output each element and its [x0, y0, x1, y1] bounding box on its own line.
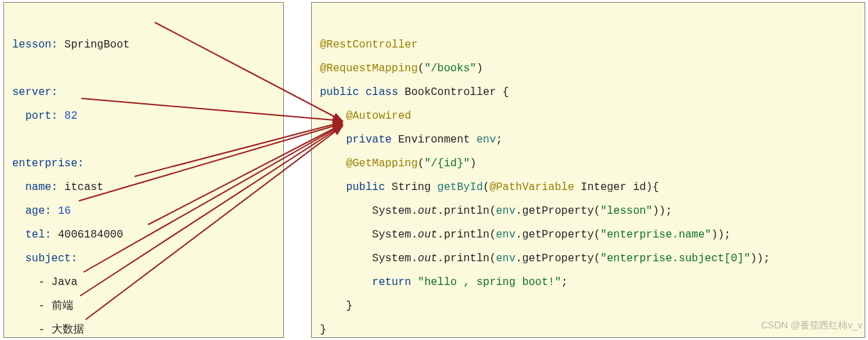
getprop-3: .getProperty(	[516, 252, 600, 265]
code-line-restcontroller: @RestController	[320, 39, 418, 51]
yaml-val-age: 16	[52, 205, 71, 217]
closecall-3: ));	[751, 252, 770, 265]
ann-restcontroller: @RestController	[320, 39, 418, 51]
kw-public-1: public	[320, 86, 359, 98]
sys-3: System.	[372, 252, 418, 265]
java-code-panel: @RestController @RequestMapping("/books"…	[311, 2, 865, 338]
yaml-key-age: age:	[25, 205, 51, 217]
yaml-sub-frontend: - 前端	[38, 300, 73, 312]
env-ref-2: env	[496, 229, 516, 241]
yaml-key-server: server:	[12, 86, 58, 98]
yaml-val-port: 82	[58, 110, 77, 122]
var-env: env	[476, 134, 496, 146]
str-return: "hello , spring boot!"	[411, 276, 561, 288]
sys-2: System.	[372, 229, 418, 241]
kw-public-2: public	[346, 181, 385, 193]
yaml-config-panel: lesson: SpringBoot server: port: 82 ente…	[3, 2, 284, 338]
println-1: .println(	[437, 205, 496, 217]
brace-close-outer: }	[320, 324, 327, 336]
yaml-key-lesson: lesson:	[12, 39, 58, 51]
str-entsubj: "enterprise.subject[0]"	[600, 252, 751, 265]
yaml-line-subject: subject:	[25, 252, 77, 265]
yaml-key-subject: subject:	[25, 252, 77, 265]
brace-close-inner: }	[346, 300, 352, 312]
yaml-line-enterprise: enterprise:	[12, 157, 84, 170]
ann-requestmapping: @RequestMapping	[320, 62, 418, 75]
out-2: out	[418, 229, 437, 241]
getprop-1: .getProperty(	[516, 205, 600, 217]
println-3: .println(	[437, 252, 496, 265]
code-line-method: public String getById(@PathVariable Inte…	[346, 181, 659, 193]
kw-private: private	[346, 134, 391, 146]
getprop-2: .getProperty(	[516, 229, 600, 241]
out-1: out	[418, 205, 437, 217]
yaml-key-enterprise: enterprise:	[12, 157, 84, 170]
yaml-line-lesson: lesson: SpringBoot	[12, 39, 130, 51]
code-line-print1: System.out.println(env.getProperty("less…	[372, 205, 672, 217]
yaml-line-name: name: itcast	[25, 181, 103, 193]
out-3: out	[418, 252, 437, 265]
code-line-envdecl: private Environment env;	[346, 134, 502, 146]
yaml-val-name: itcast	[58, 181, 103, 193]
yaml-val-lesson: SpringBoot	[58, 39, 130, 51]
brace-open-1: {	[503, 86, 509, 98]
str-lesson: "lesson"	[600, 205, 653, 217]
closecall-2: ));	[711, 229, 731, 241]
kw-class: class	[365, 86, 398, 98]
str-id: "/{id}"	[424, 157, 470, 170]
class-name: BookController	[398, 86, 503, 98]
ann-autowired: @Autowired	[346, 110, 411, 122]
println-2: .println(	[437, 229, 496, 241]
yaml-line-tel: tel: 4006184000	[25, 229, 123, 241]
ann-getmapping: @GetMapping	[346, 157, 418, 170]
closecall-1: ));	[653, 205, 672, 217]
paren-open-2: (	[418, 157, 424, 170]
semi-1: ;	[496, 134, 503, 146]
yaml-line-server: server:	[12, 86, 58, 98]
yaml-sub-bigdata: - 大数据	[38, 324, 84, 336]
param-id: id	[633, 181, 646, 193]
str-books: "/books"	[424, 62, 477, 75]
paren-open-1: (	[418, 62, 424, 75]
sys-1: System.	[372, 205, 418, 217]
code-line-print2: System.out.println(env.getProperty("ente…	[372, 229, 731, 241]
yaml-line-age: age: 16	[25, 205, 71, 217]
code-line-classdecl: public class BookController {	[320, 86, 509, 98]
yaml-key-name: name:	[25, 181, 58, 193]
yaml-sub-java: - Java	[38, 276, 77, 288]
semi-2: ;	[561, 276, 568, 288]
paren-close-1: )	[476, 62, 483, 75]
paren-close-brace: ){	[646, 181, 659, 193]
env-ref-1: env	[496, 205, 516, 217]
yaml-line-port: port: 82	[25, 110, 77, 122]
type-environment: Environment	[392, 134, 477, 146]
yaml-key-tel: tel:	[25, 229, 51, 241]
paren-open-3: (	[483, 181, 490, 193]
code-line-getmapping: @GetMapping("/{id}")	[346, 157, 476, 170]
method-getbyid: getById	[437, 181, 483, 193]
env-ref-3: env	[496, 252, 516, 265]
kw-return: return	[372, 276, 412, 288]
code-line-return: return "hello , spring boot!";	[372, 276, 568, 288]
ann-pathvariable: @PathVariable	[490, 181, 575, 193]
yaml-val-tel: 4006184000	[52, 229, 124, 241]
type-integer: Integer	[574, 181, 632, 193]
paren-close-2: )	[470, 157, 477, 170]
type-string: String	[385, 181, 437, 193]
yaml-key-port: port:	[25, 110, 58, 122]
watermark: CSDN @番茄西红柿v_v	[761, 314, 863, 337]
code-line-print3: System.out.println(env.getProperty("ente…	[372, 252, 770, 265]
code-line-requestmapping: @RequestMapping("/books")	[320, 62, 483, 75]
str-entname: "enterprise.name"	[600, 229, 711, 241]
